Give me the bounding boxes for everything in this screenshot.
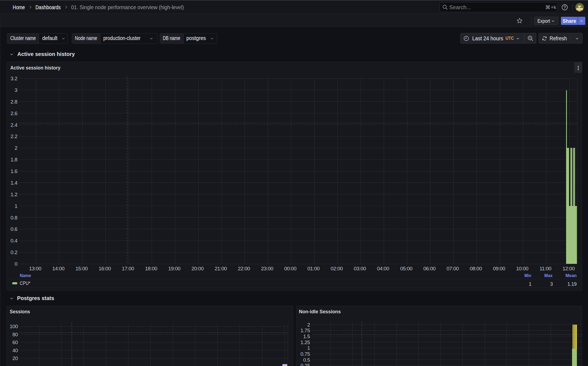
svg-text:0.6: 0.6 <box>11 226 17 232</box>
svg-text:19:00: 19:00 <box>168 266 180 271</box>
svg-text:0.8: 0.8 <box>11 215 17 221</box>
svg-text:06:00: 06:00 <box>423 266 435 271</box>
svg-text:11:00: 11:00 <box>540 266 551 271</box>
svg-text:15:00: 15:00 <box>75 266 88 271</box>
svg-text:1.6: 1.6 <box>11 168 17 174</box>
svg-text:0.2: 0.2 <box>11 249 17 255</box>
svg-text:60: 60 <box>12 340 18 345</box>
svg-text:07:00: 07:00 <box>447 266 459 271</box>
svg-text:1: 1 <box>307 345 310 351</box>
svg-text:16:00: 16:00 <box>99 266 111 271</box>
svg-text:1.2: 1.2 <box>11 192 17 197</box>
svg-text:80: 80 <box>12 332 18 337</box>
svg-text:1: 1 <box>15 203 17 209</box>
svg-text:14:00: 14:00 <box>52 266 64 271</box>
svg-text:02:00: 02:00 <box>331 266 343 271</box>
svg-text:1.8: 1.8 <box>11 157 17 162</box>
svg-text:03:00: 03:00 <box>354 266 366 271</box>
svg-text:0.25: 0.25 <box>300 363 310 366</box>
svg-text:0.4: 0.4 <box>11 238 18 244</box>
svg-text:20: 20 <box>12 355 18 361</box>
svg-text:21:00: 21:00 <box>214 266 227 271</box>
svg-text:2.4: 2.4 <box>11 122 18 128</box>
svg-text:3.2: 3.2 <box>11 76 17 81</box>
svg-text:1.75: 1.75 <box>300 328 310 333</box>
svg-text:17:00: 17:00 <box>122 266 134 271</box>
svg-text:00:00: 00:00 <box>284 266 296 271</box>
svg-text:1.25: 1.25 <box>300 340 310 345</box>
svg-text:0.5: 0.5 <box>303 357 310 363</box>
svg-text:1.4: 1.4 <box>11 180 18 186</box>
svg-text:3: 3 <box>15 87 17 93</box>
svg-text:2.8: 2.8 <box>11 99 17 105</box>
svg-text:08:00: 08:00 <box>470 266 482 271</box>
svg-text:05:00: 05:00 <box>400 266 412 271</box>
svg-text:100: 100 <box>10 324 18 329</box>
svg-text:2: 2 <box>15 145 17 151</box>
svg-text:13:00: 13:00 <box>29 266 41 271</box>
svg-text:23:00: 23:00 <box>261 266 273 271</box>
svg-text:0: 0 <box>15 261 17 267</box>
svg-text:12:00: 12:00 <box>563 266 575 271</box>
svg-text:2.6: 2.6 <box>11 111 17 116</box>
svg-text:1.5: 1.5 <box>303 334 310 339</box>
svg-text:2.2: 2.2 <box>11 134 17 139</box>
svg-text:04:00: 04:00 <box>377 266 389 271</box>
svg-text:22:00: 22:00 <box>238 266 250 271</box>
svg-text:01:00: 01:00 <box>307 266 319 271</box>
svg-text:18:00: 18:00 <box>145 266 157 271</box>
svg-text:09:00: 09:00 <box>493 266 505 271</box>
svg-text:20:00: 20:00 <box>191 266 204 271</box>
svg-text:2: 2 <box>307 322 310 328</box>
svg-text:0.75: 0.75 <box>300 351 310 357</box>
svg-text:10:00: 10:00 <box>516 266 528 271</box>
svg-text:40: 40 <box>12 348 18 353</box>
